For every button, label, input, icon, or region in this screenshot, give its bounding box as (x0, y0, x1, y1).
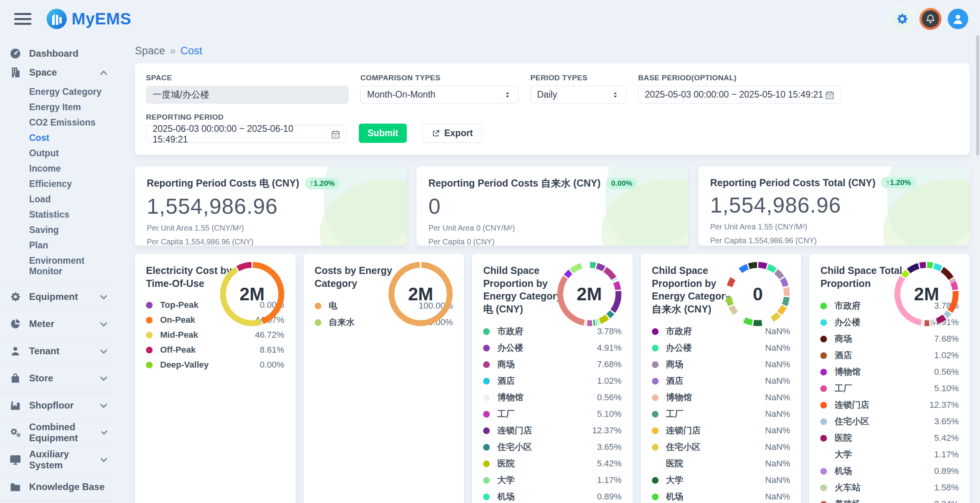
legend-item-机场[interactable]: 机场0.89% (483, 491, 622, 503)
legend-item-商场[interactable]: 商场7.68% (483, 359, 622, 370)
stat-per-unit-area: Per Unit Area 1.55 (CNY/M²) (710, 222, 958, 231)
chart-legend: 市政府3.78%办公楼4.91%商场7.68%酒店1.02%博物馆0.56%工厂… (483, 325, 622, 503)
scrollbar-thumb[interactable] (976, 35, 979, 155)
sidebar-item-shopfloor[interactable]: Shopfloor (0, 392, 112, 419)
legend-item-办公楼[interactable]: 办公楼NaN% (652, 342, 790, 354)
sidebar-item-co2-emissions[interactable]: CO2 Emissions (0, 115, 112, 130)
base-period-input[interactable]: 2025-05-03 00:00:00 ~ 2025-05-10 15:49:2… (638, 86, 841, 104)
sidebar-item-output[interactable]: Output (0, 146, 112, 161)
donut-chart[interactable] (722, 259, 793, 329)
submit-button[interactable]: Submit (359, 124, 407, 143)
hamburger-menu-icon[interactable] (14, 13, 31, 25)
donut-chart[interactable] (891, 259, 962, 329)
vertical-scrollbar (975, 35, 980, 503)
legend-item-机场[interactable]: 机场NaN% (652, 491, 790, 503)
period-types-select[interactable]: Daily (530, 86, 626, 104)
sidebar-item-tenant[interactable]: Tenant (0, 337, 112, 364)
sidebar-item-store[interactable]: Store (0, 364, 112, 392)
legend-label: 大学 (497, 474, 515, 486)
sidebar-item-load[interactable]: Load (0, 192, 112, 207)
legend-item-mid-peak[interactable]: Mid-Peak46.72% (146, 330, 284, 340)
legend-dot (652, 361, 659, 368)
legend-item-医院[interactable]: 医院5.42% (483, 458, 622, 470)
gear-icon (9, 291, 21, 303)
settings-button[interactable] (891, 8, 913, 30)
legend-label: 办公楼 (666, 342, 692, 354)
legend-item-商场[interactable]: 商场NaN% (652, 359, 790, 370)
legend-item-连锁门店[interactable]: 连锁门店NaN% (652, 425, 790, 436)
sidebar-item-saving[interactable]: Saving (0, 222, 112, 238)
reporting-period-input[interactable]: 2025-06-03 00:00:00 ~ 2025-06-10 15:49:2… (146, 125, 347, 143)
sidebar-item-efficiency[interactable]: Efficiency (0, 176, 112, 192)
legend-dot (483, 460, 490, 467)
legend-item-连锁门店[interactable]: 连锁门店12.37% (820, 399, 959, 411)
legend-item-工厂[interactable]: 工厂5.10% (483, 408, 622, 420)
notifications-button[interactable] (919, 8, 941, 30)
export-button[interactable]: Export (423, 124, 482, 143)
legend-label: 火车站 (834, 482, 860, 494)
legend-item-deep-valley[interactable]: Deep-Valley0.00% (146, 360, 284, 370)
legend-item-医院[interactable]: 医院NaN% (652, 458, 790, 470)
sidebar-item-space[interactable]: Space (0, 63, 112, 82)
legend-item-火车站[interactable]: 火车站1.58% (820, 482, 959, 494)
legend-item-博物馆[interactable]: 博物馆NaN% (652, 392, 790, 403)
legend-item-住宅小区[interactable]: 住宅小区NaN% (652, 441, 790, 453)
comparison-types-select[interactable]: Month-On-Month (360, 86, 519, 104)
legend-item-大学[interactable]: 大学1.17% (483, 474, 622, 486)
legend-item-博物馆[interactable]: 博物馆0.56% (820, 366, 959, 378)
breadcrumb: Space»Cost (135, 45, 970, 57)
stat-card-total: Reporting Period Costs Total (CNY) ↑1.20… (698, 166, 970, 246)
legend-item-大学[interactable]: 大学NaN% (652, 474, 790, 486)
sidebar-item-statistics[interactable]: Statistics (0, 207, 112, 222)
chart-legend: 市政府NaN%办公楼NaN%商场NaN%酒店NaN%博物馆NaN%工厂NaN%连… (652, 325, 790, 503)
legend-item-住宅小区[interactable]: 住宅小区3.65% (820, 416, 959, 427)
donut-chart[interactable] (554, 259, 625, 329)
sidebar-item-meter[interactable]: Meter (0, 310, 112, 337)
legend-item-工厂[interactable]: 工厂NaN% (652, 408, 790, 420)
legend-item-博物馆[interactable]: 博物馆0.56% (483, 392, 622, 403)
select-caret-icon (503, 91, 512, 99)
legend-value: NaN% (765, 459, 790, 469)
sidebar-item-income[interactable]: Income (0, 161, 112, 176)
legend-item-酒店[interactable]: 酒店1.02% (483, 375, 622, 387)
legend-value: 0.56% (934, 367, 959, 377)
legend-value: 5.10% (597, 409, 621, 419)
stat-title: Reporting Period Costs Total (CNY) (710, 177, 875, 189)
sidebar-item-energy-item[interactable]: Energy Item (0, 100, 112, 115)
legend-item-住宅小区[interactable]: 住宅小区3.65% (483, 441, 622, 453)
legend-dot (820, 468, 827, 475)
legend-item-养殖场[interactable]: 养殖场3.34% (820, 498, 959, 503)
donut-chart[interactable] (217, 259, 288, 329)
sidebar-item-dashboard[interactable]: Dashboard (0, 44, 112, 63)
chart-card-child-space-total: Child Space Total Proportion 市政府3.78%办公楼… (809, 254, 970, 503)
legend-item-off-peak[interactable]: Off-Peak8.61% (146, 345, 284, 355)
sidebar-item-cost[interactable]: Cost (0, 130, 112, 146)
donut-chart[interactable] (385, 259, 456, 329)
legend-value: 0.89% (934, 466, 959, 476)
sidebar-item-auxiliary-system[interactable]: Auxiliary System (0, 446, 112, 473)
sidebar-item-plan[interactable]: Plan (0, 238, 112, 253)
legend-item-酒店[interactable]: 酒店1.02% (820, 350, 959, 361)
sidebar-item-equipment[interactable]: Equipment (0, 283, 112, 310)
legend-item-商场[interactable]: 商场7.68% (820, 333, 959, 345)
sidebar-item-knowledge-base[interactable]: Knowledge Base (0, 473, 112, 500)
sidebar-item-environment-monitor[interactable]: Environment Monitor (0, 253, 112, 279)
legend-label: 办公楼 (497, 342, 523, 354)
legend-item-工厂[interactable]: 工厂5.10% (820, 383, 959, 394)
sidebar-item-combined-equipment[interactable]: Combined Equipment (0, 419, 112, 446)
breadcrumb-space-link[interactable]: Space (135, 45, 165, 57)
chevron-down-icon (100, 319, 107, 326)
legend-item-连锁门店[interactable]: 连锁门店12.37% (483, 425, 622, 436)
space-input[interactable]: 一度城/办公楼 (146, 86, 349, 104)
brand-logo[interactable]: MyEMS (46, 8, 131, 30)
legend-item-机场[interactable]: 机场0.89% (820, 465, 959, 477)
legend-value: 46.72% (255, 330, 284, 340)
legend-item-办公楼[interactable]: 办公楼4.91% (483, 342, 622, 354)
sidebar-item-energy-category[interactable]: Energy Category (0, 84, 112, 100)
legend-item-酒店[interactable]: 酒店NaN% (652, 375, 790, 387)
legend-item-大学[interactable]: 大学1.17% (820, 449, 959, 460)
legend-item-医院[interactable]: 医院5.42% (820, 432, 959, 444)
user-avatar[interactable] (948, 9, 968, 29)
legend-dot (483, 444, 490, 451)
folder-icon (9, 481, 21, 493)
